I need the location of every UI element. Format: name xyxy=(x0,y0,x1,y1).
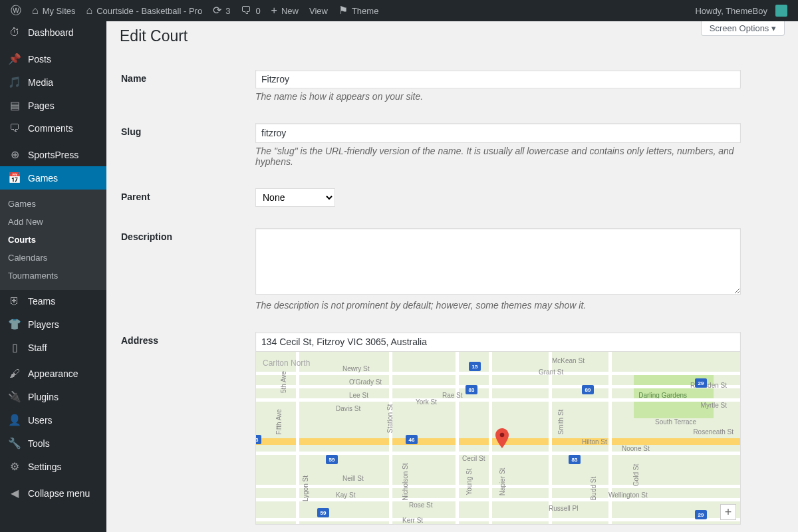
menu-label: Games xyxy=(28,173,58,184)
map-street-label: Lee St xyxy=(349,392,368,399)
menu-users[interactable]: 👤Users xyxy=(0,408,106,432)
description-label: Description xyxy=(121,218,254,321)
map-shield: 29 xyxy=(695,510,707,519)
description-description: The description is not prominent by defa… xyxy=(255,300,767,311)
map-street-label: Kerr St xyxy=(402,517,423,524)
menu-label: Pages xyxy=(28,100,55,111)
updates-count: 3 xyxy=(225,6,230,16)
menu-label: Dashboard xyxy=(28,27,74,38)
map-street-label: South Terrace xyxy=(655,418,696,426)
comment-icon: 🗨 xyxy=(241,5,251,16)
map-zoom-in[interactable]: + xyxy=(720,504,736,520)
site-name[interactable]: ⌂Courtside - Basketball - Pro xyxy=(81,0,208,21)
media-icon: 🎵 xyxy=(8,76,21,88)
svg-point-0 xyxy=(500,433,505,438)
map-shield: 89 xyxy=(582,385,594,394)
theme[interactable]: ⚑Theme xyxy=(333,0,384,21)
map-shield: 46 xyxy=(406,435,418,444)
pin-icon: 📌 xyxy=(8,53,21,65)
wrench-icon: 🔧 xyxy=(8,437,21,450)
menu-label: Collapse menu xyxy=(28,488,90,499)
map-street-label: Newry St xyxy=(342,365,370,372)
view[interactable]: View xyxy=(304,0,333,21)
comment-icon: 🗨 xyxy=(8,122,21,134)
menu-comments[interactable]: 🗨Comments xyxy=(0,117,106,140)
collapse-menu[interactable]: ◀Collapse menu xyxy=(0,481,106,505)
map-street-label: Cecil St xyxy=(462,455,485,462)
site-name-label: Courtside - Basketball - Pro xyxy=(96,6,202,16)
map-road xyxy=(456,352,459,524)
slug-description: The "slug" is the URL-friendly version o… xyxy=(255,146,767,167)
map-street-label: Myrtle St xyxy=(701,402,727,409)
id-icon: ▯ xyxy=(8,341,21,354)
comments-count: 0 xyxy=(255,6,260,16)
flag-icon: ⚑ xyxy=(338,5,348,16)
my-sites[interactable]: ⌂My Sites xyxy=(27,0,81,21)
shield-icon: ⛨ xyxy=(8,295,21,307)
updates[interactable]: ⟳3 xyxy=(207,0,235,21)
menu-settings[interactable]: ⚙Settings xyxy=(0,455,106,478)
parent-select[interactable]: None xyxy=(255,188,335,207)
submenu-courts[interactable]: Courts xyxy=(0,231,106,249)
menu-staff[interactable]: ▯Staff xyxy=(0,336,106,359)
submenu-add-new[interactable]: Add New xyxy=(0,213,106,231)
submenu-games[interactable]: Games xyxy=(0,195,106,213)
admin-bar: ⓦ ⌂My Sites ⌂Courtside - Basketball - Pr… xyxy=(0,0,798,21)
menu-label: SportsPress xyxy=(28,150,78,160)
wordpress-icon: ⓦ xyxy=(11,5,21,16)
screen-options-toggle[interactable]: Screen Options xyxy=(701,21,785,36)
slug-label: Slug xyxy=(121,113,254,177)
map-street-label: Hilton St xyxy=(582,438,607,446)
wp-logo[interactable]: ⓦ xyxy=(5,0,27,21)
menu-pages[interactable]: ▤Pages xyxy=(0,94,106,117)
map-street-label: Wellington St xyxy=(608,491,648,499)
slug-input[interactable] xyxy=(255,123,741,143)
new-content[interactable]: +New xyxy=(266,0,304,21)
map-shield: 83 xyxy=(569,455,581,464)
map-street-label: Fifth Ave xyxy=(275,409,283,435)
map-street-label: O'Grady St xyxy=(349,378,382,386)
menu-label: Media xyxy=(28,77,53,88)
menu-label: Settings xyxy=(28,462,62,472)
calendar-icon: 📅 xyxy=(8,172,21,184)
name-input[interactable] xyxy=(255,70,741,88)
map-street-label: Budd St xyxy=(590,477,597,501)
collapse-icon: ◀ xyxy=(8,487,21,499)
menu-label: Comments xyxy=(28,123,73,134)
menu-teams[interactable]: ⛨Teams xyxy=(0,290,106,313)
map-street-label: McKean St xyxy=(552,357,585,364)
map-road xyxy=(256,498,740,501)
name-label: Name xyxy=(121,60,254,112)
plug-icon: 🔌 xyxy=(8,390,21,403)
menu-tools[interactable]: 🔧Tools xyxy=(0,432,106,455)
menu-games[interactable]: 📅Games xyxy=(0,166,106,190)
map-street-label: Davis St xyxy=(336,405,360,412)
menu-label: Plugins xyxy=(28,392,59,402)
map-street-label: Young St xyxy=(466,468,473,495)
map[interactable]: Darling Gardens xyxy=(255,352,741,525)
submenu-tournaments[interactable]: Tournaments xyxy=(0,267,106,285)
map-pin xyxy=(495,428,509,448)
menu-posts[interactable]: 📌Posts xyxy=(0,47,106,70)
map-street-label: Rae St xyxy=(442,392,463,399)
submenu-calendars[interactable]: Calendars xyxy=(0,249,106,267)
map-road xyxy=(389,352,392,524)
menu-label: Players xyxy=(28,319,59,330)
menu-sportspress[interactable]: ⊕SportsPress xyxy=(0,143,106,166)
menu-label: Users xyxy=(28,415,53,426)
menu-appearance[interactable]: 🖌Appearance xyxy=(0,362,106,385)
menu-media[interactable]: 🎵Media xyxy=(0,70,106,94)
my-account[interactable]: Howdy, ThemeBoy xyxy=(690,0,793,21)
page-icon: ▤ xyxy=(8,99,21,112)
avatar xyxy=(775,5,787,17)
map-street-label: Roseneath St xyxy=(693,428,733,436)
menu-label: Tools xyxy=(28,438,50,449)
menu-plugins[interactable]: 🔌Plugins xyxy=(0,385,106,408)
menu-dashboard[interactable]: ⏱Dashboard xyxy=(0,21,106,44)
description-textarea[interactable] xyxy=(255,228,741,295)
howdy-label: Howdy, ThemeBoy xyxy=(695,6,767,16)
menu-players[interactable]: 👕Players xyxy=(0,313,106,336)
address-input[interactable] xyxy=(255,332,741,352)
update-icon: ⟳ xyxy=(213,5,221,16)
comments[interactable]: 🗨0 xyxy=(235,0,265,21)
